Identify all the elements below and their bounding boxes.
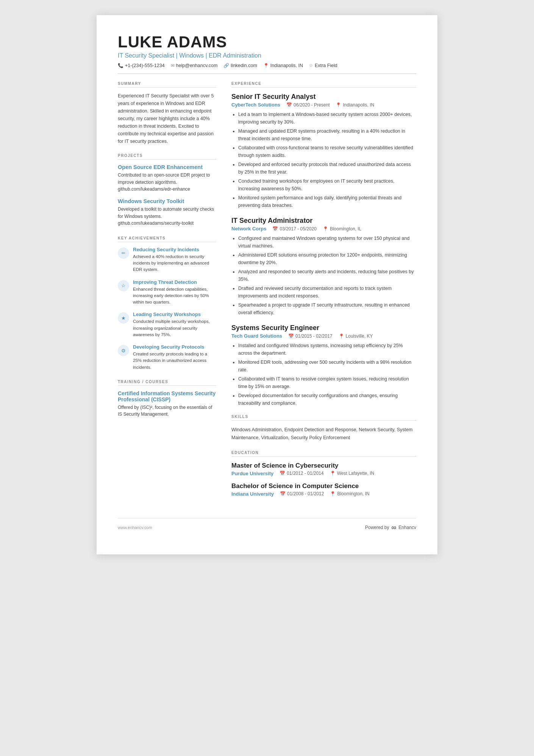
achievement-3-title: Leading Security Workshops bbox=[133, 311, 216, 317]
job-2-bullets: Configured and maintained Windows operat… bbox=[231, 235, 416, 316]
job-2-company: Network Corps bbox=[231, 226, 266, 232]
achievement-1-desc: Achieved a 40% reduction in security inc… bbox=[133, 254, 216, 273]
job-1-bullet-5: Conducted training workshops for employe… bbox=[238, 177, 416, 193]
location-icon-edu-2: 📍 bbox=[330, 491, 336, 496]
job-1-dates: 📅 06/2020 - Present bbox=[286, 102, 329, 108]
achievement-4-title: Developing Security Protocols bbox=[133, 344, 216, 350]
contact-phone: 📞 +1-(234)-555-1234 bbox=[118, 63, 165, 68]
edu-2-dates: 📅 01/2008 - 01/2012 bbox=[280, 491, 324, 496]
edu-2-school: Indiana University bbox=[231, 491, 274, 497]
job-3-dates: 📅 01/2015 - 02/2017 bbox=[288, 333, 332, 339]
achievement-2-desc: Enhanced threat detection capabilities, … bbox=[133, 286, 216, 306]
phone-icon: 📞 bbox=[118, 63, 123, 68]
edu-1-location: 📍 West Lafayette, IN bbox=[330, 471, 375, 476]
job-3-title: Systems Security Engineer bbox=[231, 324, 416, 332]
job-2: IT Security Administrator Network Corps … bbox=[231, 217, 416, 316]
job-2-bullet-5: Spearheaded a project to upgrade IT secu… bbox=[238, 301, 416, 316]
achievement-content-4: Developing Security Protocols Created se… bbox=[133, 344, 216, 371]
email-icon: ✉ bbox=[171, 63, 175, 68]
achievements-label: KEY ACHIEVEMENTS bbox=[118, 236, 216, 242]
project-item-2: Windows Security Toolkit Developed a too… bbox=[118, 198, 216, 227]
candidate-name: LUKE ADAMS bbox=[118, 33, 416, 51]
job-3-meta: Tech Guard Solutions 📅 01/2015 - 02/2017… bbox=[231, 333, 416, 339]
contact-location: 📍 Indianapolis, IN bbox=[263, 63, 303, 68]
location-icon: 📍 bbox=[263, 63, 269, 68]
achievement-4-desc: Created security protocols leading to a … bbox=[133, 351, 216, 371]
brand-name: Enhancv bbox=[398, 525, 416, 530]
job-2-bullet-3: Analyzed and responded to security alert… bbox=[238, 268, 416, 283]
achievement-icon-3: ★ bbox=[118, 312, 129, 324]
footer: www.enhancv.com Powered by ∞ Enhancv bbox=[118, 518, 416, 532]
calendar-icon-1: 📅 bbox=[286, 102, 292, 108]
projects-label: PROJECTS bbox=[118, 153, 216, 160]
achievement-content-3: Leading Security Workshops Conducted mul… bbox=[133, 311, 216, 338]
job-2-title: IT Security Administrator bbox=[231, 217, 416, 225]
edu-1-degree: Master of Science in Cybersecurity bbox=[231, 462, 416, 470]
achievement-3-desc: Conducted multiple security workshops, i… bbox=[133, 318, 216, 338]
location-icon-2: 📍 bbox=[323, 226, 328, 232]
job-1-meta: CyberTech Solutions 📅 06/2020 - Present … bbox=[231, 102, 416, 108]
contact-linkedin: 🔗 linkedin.com bbox=[223, 63, 257, 68]
header: LUKE ADAMS IT Security Specialist | Wind… bbox=[118, 33, 416, 74]
job-3-bullets: Installed and configured Windows systems… bbox=[231, 342, 416, 407]
main-layout: SUMMARY Experienced IT Security Speciali… bbox=[118, 81, 416, 503]
achievement-icon-1: ✏ bbox=[118, 247, 129, 259]
project-2-desc: Developed a toolkit to automate security… bbox=[118, 206, 216, 227]
edu-1-school: Purdue University bbox=[231, 471, 273, 476]
edu-2-location: 📍 Bloomington, IN bbox=[330, 491, 369, 496]
left-column: SUMMARY Experienced IT Security Speciali… bbox=[118, 81, 216, 503]
training-label: TRAINING / COURSES bbox=[118, 380, 216, 386]
job-2-bullet-2: Administered EDR solutions ensuring prot… bbox=[238, 251, 416, 266]
location-icon-1: 📍 bbox=[336, 102, 341, 108]
calendar-icon-2: 📅 bbox=[272, 226, 278, 232]
training-1-desc: Offered by (ISC)², focusing on the essen… bbox=[118, 404, 216, 418]
job-1-bullet-4: Developed and enforced security protocol… bbox=[238, 161, 416, 176]
job-1-bullet-6: Monitored system performance and logs da… bbox=[238, 194, 416, 209]
achievement-content-2: Improving Threat Detection Enhanced thre… bbox=[133, 279, 216, 306]
training-item-1: Certified Information Systems Security P… bbox=[118, 390, 216, 418]
job-1-bullet-3: Collaborated with cross-functional teams… bbox=[238, 144, 416, 159]
contact-email: ✉ help@enhancv.com bbox=[171, 63, 218, 68]
job-3-bullet-3: Collaborated with IT teams to resolve co… bbox=[238, 375, 416, 390]
star-filled-icon: ★ bbox=[121, 315, 126, 321]
enhancv-logo: ∞ bbox=[391, 524, 396, 532]
edu-2-meta: Indiana University 📅 01/2008 - 01/2012 📍… bbox=[231, 491, 416, 497]
achievement-item-2: ☆ Improving Threat Detection Enhanced th… bbox=[118, 279, 216, 306]
powered-by-text: Powered by bbox=[365, 525, 389, 530]
summary-text: Experienced IT Security Specialist with … bbox=[118, 92, 216, 145]
contact-extra: ☆ Extra Field bbox=[309, 63, 337, 68]
job-1: Senior IT Security Analyst CyberTech Sol… bbox=[231, 93, 416, 209]
right-column: EXPERIENCE Senior IT Security Analyst Cy… bbox=[231, 81, 416, 503]
star-icon: ☆ bbox=[309, 63, 313, 68]
calendar-icon-3: 📅 bbox=[288, 333, 294, 339]
training-1-title: Certified Information Systems Security P… bbox=[118, 390, 216, 402]
job-3-bullet-1: Installed and configured Windows systems… bbox=[238, 342, 416, 357]
achievement-icon-2: ☆ bbox=[118, 280, 129, 291]
achievement-item-1: ✏ Reducing Security Incidents Achieved a… bbox=[118, 247, 216, 273]
link-icon: 🔗 bbox=[223, 63, 229, 68]
edu-item-1: Master of Science in Cybersecurity Purdu… bbox=[231, 462, 416, 476]
job-3: Systems Security Engineer Tech Guard Sol… bbox=[231, 324, 416, 407]
job-2-dates: 📅 03/2017 - 05/2020 bbox=[272, 226, 316, 232]
education-label: EDUCATION bbox=[231, 451, 416, 457]
job-2-meta: Network Corps 📅 03/2017 - 05/2020 📍 Bloo… bbox=[231, 226, 416, 232]
location-icon-3: 📍 bbox=[339, 333, 344, 339]
edu-1-meta: Purdue University 📅 01/2012 - 01/2014 📍 … bbox=[231, 471, 416, 476]
achievement-item-4: ⚙ Developing Security Protocols Created … bbox=[118, 344, 216, 371]
achievement-1-title: Reducing Security Incidents bbox=[133, 247, 216, 252]
gear-icon: ⚙ bbox=[121, 348, 126, 354]
calendar-icon-edu-2: 📅 bbox=[280, 491, 286, 496]
experience-label: EXPERIENCE bbox=[231, 81, 416, 88]
edu-1-dates: 📅 01/2012 - 01/2014 bbox=[279, 471, 323, 476]
achievement-icon-4: ⚙ bbox=[118, 345, 129, 356]
achievement-2-title: Improving Threat Detection bbox=[133, 279, 216, 285]
contact-row: 📞 +1-(234)-555-1234 ✉ help@enhancv.com 🔗… bbox=[118, 63, 416, 74]
job-1-bullet-1: Led a team to implement a Windows-based … bbox=[238, 111, 416, 126]
skills-text: Windows Administration, Endpoint Detecti… bbox=[231, 426, 416, 442]
skills-label: SKILLS bbox=[231, 415, 416, 421]
calendar-icon-edu-1: 📅 bbox=[279, 471, 285, 476]
job-1-bullet-2: Managed and updated EDR systems proactiv… bbox=[238, 127, 416, 142]
job-3-bullet-4: Developed documentation for security con… bbox=[238, 392, 416, 407]
edu-item-2: Bachelor of Science in Computer Science … bbox=[231, 482, 416, 497]
candidate-title: IT Security Specialist | Windows | EDR A… bbox=[118, 52, 416, 59]
